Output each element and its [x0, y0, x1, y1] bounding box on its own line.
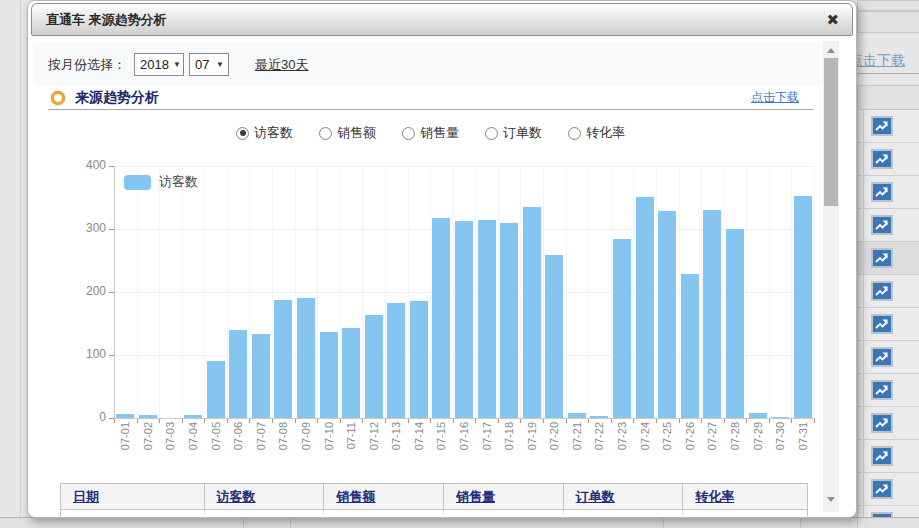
bar-07-04	[184, 415, 202, 418]
x-axis-label: 07-16	[458, 422, 470, 462]
background-table-row	[857, 275, 919, 308]
trend-bar-chart: 010020030040007-0107-0207-0307-0407-0507…	[28, 151, 823, 483]
gridline-x	[137, 166, 138, 418]
bar-07-19	[523, 207, 541, 418]
table-header-link-conversion-rate[interactable]: 转化率	[695, 488, 734, 506]
trend-line-icon	[871, 380, 893, 400]
recent-30-days-link[interactable]: 最近30天	[255, 56, 308, 74]
x-axis-tick	[272, 419, 273, 423]
table-header-date: 日期	[61, 484, 205, 509]
metric-radio-orders[interactable]: 订单数	[485, 124, 542, 142]
background-column-line	[863, 440, 864, 472]
background-divider	[849, 74, 919, 75]
gridline-x	[227, 166, 228, 418]
modal-scrollbar[interactable]	[823, 41, 839, 512]
gridline-x	[588, 166, 589, 418]
table-header-link-sales-amount[interactable]: 销售额	[336, 488, 375, 506]
gridline-x	[159, 166, 160, 418]
close-icon[interactable]: ✖	[826, 11, 839, 29]
y-axis-label: 400	[56, 158, 106, 172]
bar-07-29	[749, 413, 767, 418]
x-axis-label: 07-20	[548, 422, 560, 462]
gridline-x	[701, 166, 702, 418]
gridline-x	[814, 166, 815, 418]
gridline-x	[362, 166, 363, 418]
x-axis-tick	[249, 419, 250, 423]
x-axis-tick	[679, 419, 680, 423]
gridline-x	[272, 166, 273, 418]
bar-07-18	[500, 223, 518, 418]
year-select-value: 2018	[140, 57, 169, 72]
x-axis-label: 07-13	[390, 422, 402, 462]
scrollbar-thumb[interactable]	[824, 58, 838, 206]
x-axis-tick	[498, 419, 499, 423]
metric-radio-visitors[interactable]: 访客数	[236, 124, 293, 142]
gridline-x	[475, 166, 476, 418]
background-footer-strip	[0, 517, 919, 528]
section-title: 来源趋势分析	[75, 89, 159, 107]
gridline-x	[791, 166, 792, 418]
table-header-link-orders[interactable]: 订单数	[576, 488, 615, 506]
background-cell	[857, 0, 919, 11]
gridline-x	[408, 166, 409, 418]
radio-icon[interactable]	[402, 127, 415, 140]
x-axis-tick	[746, 419, 747, 423]
modal-header: 直通车 来源趋势分析 ✖	[31, 3, 853, 36]
x-axis-label: 07-15	[435, 422, 447, 462]
radio-icon[interactable]	[568, 127, 581, 140]
table-header-link-visitors[interactable]: 访客数	[217, 488, 256, 506]
month-filter-bar: 按月份选择： 2018 ▼ 07 ▼ 最近30天	[33, 43, 823, 86]
background-table-row	[857, 341, 919, 374]
gridline-x	[566, 166, 567, 418]
year-select[interactable]: 2018 ▼	[134, 53, 184, 76]
metric-radio-sales-amount[interactable]: 销售额	[319, 124, 376, 142]
radio-icon[interactable]	[319, 127, 332, 140]
x-axis-label: 07-08	[277, 422, 289, 462]
x-axis-tick	[430, 419, 431, 423]
bar-07-07	[252, 334, 270, 418]
trend-line-icon	[871, 248, 893, 268]
metric-radio-conversion-rate[interactable]: 转化率	[568, 124, 625, 142]
x-axis-label: 07-27	[706, 422, 718, 462]
radio-selected-icon[interactable]	[236, 127, 249, 140]
y-axis-label: 0	[56, 410, 106, 424]
x-axis-label: 07-26	[684, 422, 696, 462]
background-column-line	[863, 407, 864, 439]
x-axis-tick	[137, 419, 138, 423]
x-axis-tick	[611, 419, 612, 423]
bar-07-14	[410, 301, 428, 418]
background-cell-border	[663, 518, 664, 528]
gridline-x	[633, 166, 634, 418]
trend-line-icon	[871, 116, 893, 136]
bar-07-11	[342, 328, 360, 418]
gridline-x	[679, 166, 680, 418]
background-header-cell	[857, 85, 919, 110]
x-axis-label: 07-01	[119, 422, 131, 462]
background-column-line	[863, 341, 864, 373]
month-select[interactable]: 07 ▼	[189, 53, 229, 76]
x-axis-tick	[566, 419, 567, 423]
download-link[interactable]: 点击下载	[751, 89, 799, 106]
trend-line-icon	[871, 446, 893, 466]
bar-07-16	[455, 221, 473, 418]
x-axis-tick	[114, 419, 115, 423]
radio-dot	[240, 130, 246, 136]
bar-07-20	[545, 255, 563, 418]
trend-line-icon	[871, 182, 893, 202]
metric-radio-sales-volume[interactable]: 销售量	[402, 124, 459, 142]
x-axis-tick	[814, 419, 815, 423]
gridline-x	[249, 166, 250, 418]
scroll-down-icon[interactable]	[827, 497, 835, 502]
x-axis-label: 07-23	[616, 422, 628, 462]
bar-07-31	[794, 196, 812, 418]
background-table-row	[857, 440, 919, 473]
scroll-up-icon[interactable]	[827, 48, 835, 53]
gridline-x	[340, 166, 341, 418]
metric-radio-label: 订单数	[503, 124, 542, 142]
radio-icon[interactable]	[485, 127, 498, 140]
x-axis-tick	[724, 419, 725, 423]
table-header-link-sales-volume[interactable]: 销售量	[456, 488, 495, 506]
trend-line-icon	[871, 479, 893, 499]
table-header-link-date[interactable]: 日期	[73, 488, 99, 506]
background-table-row	[857, 374, 919, 407]
